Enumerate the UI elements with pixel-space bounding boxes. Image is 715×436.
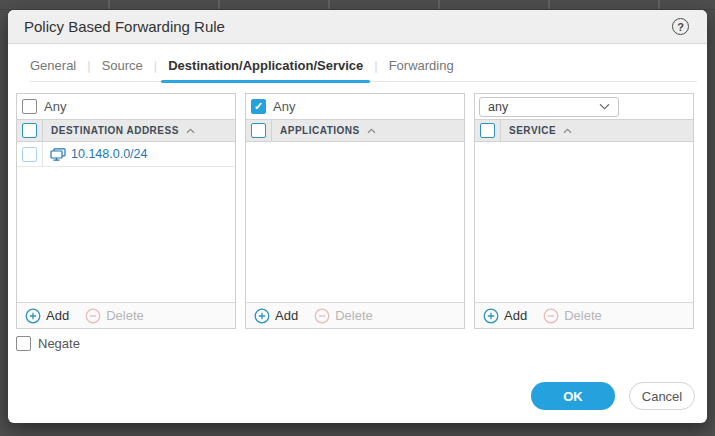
ok-button[interactable]: OK (531, 382, 615, 410)
destination-address-list: 10.148.0.0/24 (17, 142, 235, 302)
add-button[interactable]: Add (254, 308, 298, 324)
dialog-title: Policy Based Forwarding Rule (24, 18, 225, 35)
panels-container: Any DESTINATION ADDRESS (16, 93, 699, 329)
chevron-up-icon[interactable] (186, 128, 195, 134)
destination-panel-footer: Add Delete (17, 302, 235, 328)
negate-checkbox[interactable] (16, 336, 31, 351)
destination-address-column-header[interactable]: DESTINATION ADDRESS (51, 125, 179, 136)
circle-plus-icon (254, 308, 270, 324)
add-button-label: Add (46, 308, 69, 323)
delete-button[interactable]: Delete (85, 308, 144, 324)
destination-address-header-row: DESTINATION ADDRESS (17, 119, 235, 142)
applications-any-label: Any (273, 99, 295, 114)
dialog-buttons: OK Cancel (531, 382, 695, 410)
add-button[interactable]: Add (483, 308, 527, 324)
add-button[interactable]: Add (25, 308, 69, 324)
delete-button[interactable]: Delete (543, 308, 602, 324)
select-all-cell (17, 120, 43, 141)
service-list (475, 142, 693, 302)
cancel-button[interactable]: Cancel (629, 382, 695, 410)
delete-button-label: Delete (335, 308, 373, 323)
delete-button-label: Delete (564, 308, 602, 323)
tab-forwarding[interactable]: Forwarding (389, 58, 454, 73)
tab-bar: General | Source | Destination/Applicati… (30, 58, 697, 82)
tab-separator: | (154, 58, 157, 73)
circle-plus-icon (25, 308, 41, 324)
tab-destination-application-service[interactable]: Destination/Application/Service (168, 58, 363, 73)
add-button-label: Add (275, 308, 298, 323)
negate-label: Negate (38, 336, 80, 351)
applications-any-checkbox[interactable] (251, 99, 266, 114)
negate-row: Negate (16, 336, 707, 351)
service-dropdown-row: any (475, 94, 693, 119)
circle-plus-icon (483, 308, 499, 324)
delete-button[interactable]: Delete (314, 308, 373, 324)
dialog-titlebar: Policy Based Forwarding Rule ? (8, 10, 707, 44)
service-panel-footer: Add Delete (475, 302, 693, 328)
destination-address-value[interactable]: 10.148.0.0/24 (71, 147, 147, 161)
applications-panel: Any APPLICATIONS Add (245, 93, 465, 329)
destination-any-checkbox[interactable] (22, 99, 37, 114)
row-checkbox-cell (17, 142, 43, 166)
chevron-down-icon (599, 103, 610, 110)
tab-separator: | (374, 58, 377, 73)
applications-panel-footer: Add Delete (246, 302, 464, 328)
dimmed-background-table (0, 0, 715, 10)
service-type-dropdown-value: any (488, 100, 508, 114)
policy-based-forwarding-rule-dialog: Policy Based Forwarding Rule ? General |… (8, 10, 707, 423)
delete-button-label: Delete (106, 308, 144, 323)
help-icon[interactable]: ? (672, 18, 689, 35)
select-all-cell (475, 120, 501, 141)
destination-address-panel: Any DESTINATION ADDRESS (16, 93, 236, 329)
add-button-label: Add (504, 308, 527, 323)
select-all-cell (246, 120, 272, 141)
circle-minus-icon (543, 308, 559, 324)
destination-select-all-checkbox[interactable] (22, 123, 37, 138)
destination-any-row: Any (17, 94, 235, 119)
service-type-dropdown[interactable]: any (479, 97, 619, 117)
destination-any-label: Any (44, 99, 66, 114)
chevron-up-icon[interactable] (563, 128, 572, 134)
service-column-header[interactable]: SERVICE (509, 125, 556, 136)
row-content: 10.148.0.0/24 (50, 147, 147, 161)
chevron-up-icon[interactable] (367, 128, 376, 134)
destination-row-checkbox[interactable] (22, 147, 37, 162)
circle-minus-icon (314, 308, 330, 324)
address-object-icon (50, 148, 66, 161)
tab-general[interactable]: General (30, 58, 76, 73)
service-select-all-checkbox[interactable] (480, 123, 495, 138)
applications-column-header[interactable]: APPLICATIONS (280, 125, 360, 136)
service-header-row: SERVICE (475, 119, 693, 142)
applications-select-all-checkbox[interactable] (251, 123, 266, 138)
table-row[interactable]: 10.148.0.0/24 (17, 142, 235, 167)
tab-source[interactable]: Source (102, 58, 143, 73)
applications-any-row: Any (246, 94, 464, 119)
applications-list (246, 142, 464, 302)
applications-header-row: APPLICATIONS (246, 119, 464, 142)
tab-separator: | (87, 58, 90, 73)
circle-minus-icon (85, 308, 101, 324)
service-panel: any SERVICE (474, 93, 694, 329)
